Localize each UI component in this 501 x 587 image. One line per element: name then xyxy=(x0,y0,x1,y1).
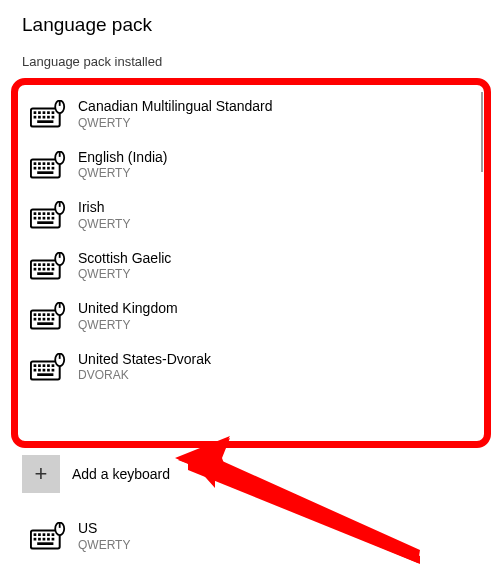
add-keyboard-button[interactable]: + Add a keyboard xyxy=(22,452,491,496)
keyboard-layout: QWERTY xyxy=(78,318,178,333)
keyboard-icon xyxy=(30,522,66,550)
installed-keyboard[interactable]: US QWERTY xyxy=(22,512,491,563)
page-title: Language pack xyxy=(0,0,501,36)
language-pack-status: Language pack installed xyxy=(0,36,501,69)
keyboard-option[interactable]: United States-Dvorak DVORAK xyxy=(22,343,491,394)
keyboard-layout: QWERTY xyxy=(78,217,130,232)
keyboard-icon xyxy=(30,252,66,280)
keyboard-icon xyxy=(30,151,66,179)
keyboard-name: Scottish Gaelic xyxy=(78,250,171,268)
keyboard-layout: QWERTY xyxy=(78,267,171,282)
add-keyboard-label: Add a keyboard xyxy=(72,466,170,482)
keyboard-option[interactable]: Irish QWERTY xyxy=(22,191,491,242)
plus-icon: + xyxy=(22,455,60,493)
keyboard-name: United Kingdom xyxy=(78,300,178,318)
keyboard-name: Irish xyxy=(78,199,130,217)
keyboard-layout: DVORAK xyxy=(78,368,211,383)
keyboard-icon xyxy=(30,201,66,229)
keyboard-option[interactable]: Scottish Gaelic QWERTY xyxy=(22,242,491,293)
keyboard-selection-list[interactable]: Canadian Multilingual Standard QWERTY En… xyxy=(22,90,491,442)
keyboard-icon xyxy=(30,100,66,128)
keyboard-name: English (India) xyxy=(78,149,168,167)
keyboard-option[interactable]: English (India) QWERTY xyxy=(22,141,491,192)
keyboard-layout: QWERTY xyxy=(78,538,130,553)
keyboard-option[interactable]: Canadian Multilingual Standard QWERTY xyxy=(22,90,491,141)
keyboard-icon xyxy=(30,353,66,381)
keyboard-name: Canadian Multilingual Standard xyxy=(78,98,273,116)
keyboard-icon xyxy=(30,302,66,330)
keyboard-name: US xyxy=(78,520,130,538)
keyboard-name: United States-Dvorak xyxy=(78,351,211,369)
scrollbar[interactable] xyxy=(481,92,483,172)
keyboard-layout: QWERTY xyxy=(78,116,273,131)
keyboard-option[interactable]: United Kingdom QWERTY xyxy=(22,292,491,343)
keyboard-layout: QWERTY xyxy=(78,166,168,181)
